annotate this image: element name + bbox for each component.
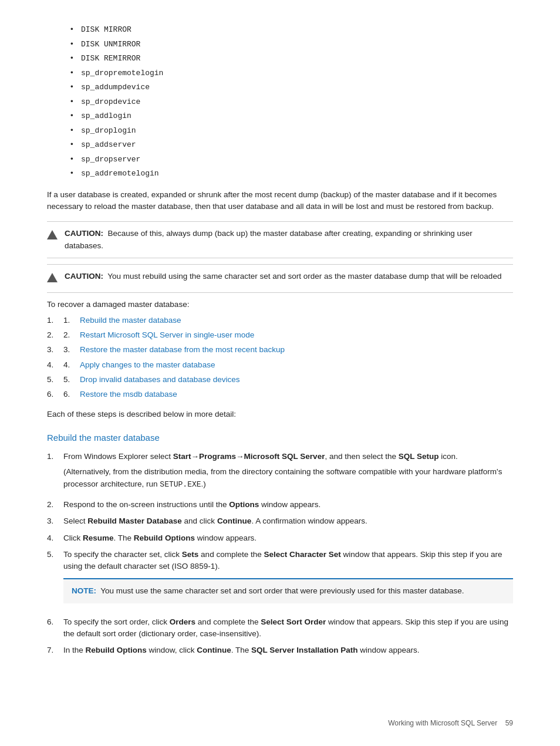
sub-step-6: 6. To specify the sort order, click Orde… [47,616,513,640]
section-heading-rebuild: Rebuild the master database [47,431,513,445]
note-block-5: NOTE: You must use the same character se… [63,578,513,603]
caution-triangle-icon-1 [47,228,58,244]
recover-step-2: 2.Restart Microsoft SQL Server in single… [47,329,513,341]
steps-outro: Each of these steps is described below i… [47,409,513,421]
list-item: sp_droplogin [70,124,513,137]
intro-paragraph: If a user database is created, expanded … [47,189,513,214]
list-item: DISK REMIRROR [70,52,513,65]
list-item: sp_addumpdevice [70,81,513,93]
recover-step-1: 1.Rebuild the master database [47,315,513,326]
caution-text-2: CAUTION: You must rebuild using the same… [65,271,501,282]
list-item: sp_dropserver [70,153,513,166]
sub-step-1-alt: (Alternatively, from the distribution me… [63,466,513,491]
caution-triangle-icon-2 [47,271,58,286]
recover-step-6: 6.Restore the msdb database [47,389,513,400]
sub-step-3: 3. Select Rebuild Master Database and cl… [47,515,513,527]
sub-step-5: 5. To specify the character set, click S… [47,549,513,612]
sub-step-7: 7. In the Rebuild Options window, click … [47,644,513,656]
list-item: sp_addremotelogin [70,167,513,180]
sub-step-1: 1. From Windows Explorer select Start→Pr… [47,451,513,494]
list-item: DISK MIRROR [70,23,513,36]
recover-step-3: 3.Restore the master database from the m… [47,344,513,356]
list-item: sp_addserver [70,139,513,151]
caution-text-1: CAUTION: Because of this, always dump (b… [65,228,513,252]
list-item: sp_dropremotelogin [70,67,513,79]
recover-step-5: 5.Drop invalid databases and database de… [47,374,513,386]
sub-steps-container: 1. From Windows Explorer select Start→Pr… [47,451,513,657]
recover-intro: To recover a damaged master database: [47,299,513,311]
list-item: sp_dropdevice [70,96,513,108]
bullet-list: DISK MIRROR DISK UNMIRROR DISK REMIRROR … [70,23,513,180]
list-item: DISK UNMIRROR [70,38,513,50]
recover-step-4: 4.Apply changes to the master database [47,359,513,371]
recover-steps-list: 1.Rebuild the master database 2.Restart … [47,315,513,401]
sub-step-4: 4. Click Resume. The Rebuild Options win… [47,532,513,544]
footer: Working with Microsoft SQL Server 59 [388,718,513,728]
caution-block-1: CAUTION: Because of this, always dump (b… [47,221,513,258]
caution-block-2: CAUTION: You must rebuild using the same… [47,264,513,293]
sub-step-2: 2. Respond to the on-screen instructions… [47,499,513,511]
list-item: sp_addlogin [70,110,513,122]
